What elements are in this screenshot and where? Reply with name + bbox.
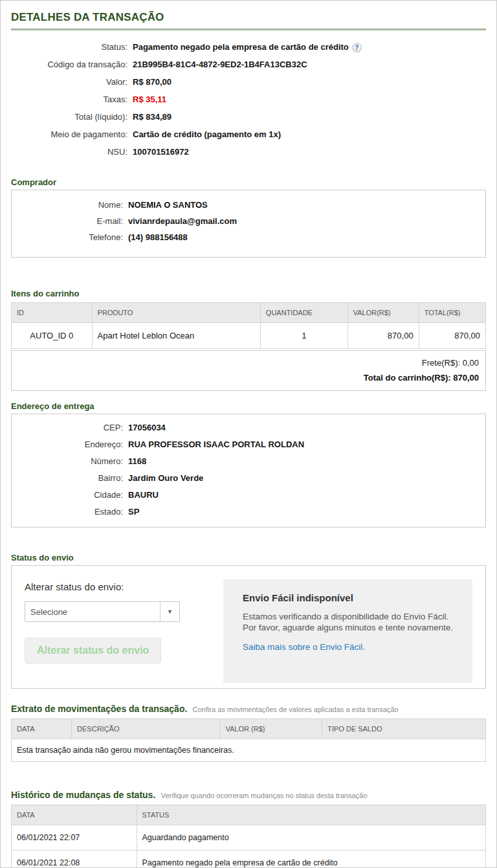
change-shipping-status-button[interactable]: Alterar status do envio [25,638,161,663]
cart-col-quantity: QUANTIDADE [260,303,348,323]
statement-col-value: VALOR (R$) [220,719,322,739]
history-row-status: Pagamento negado pela empresa de cartão … [137,851,486,868]
fees-label: Taxas: [11,91,127,108]
history-row: 06/01/2021 22:07 Aguardando pagamento [12,825,486,851]
history-header-row: DATA STATUS [12,805,486,825]
address-district-row: Bairro: Jardim Ouro Verde [12,470,485,487]
transaction-status-row: Status: Pagamento negado pela empresa de… [11,38,486,56]
history-col-date: DATA [12,805,137,825]
statement-heading: Extrato de movimentações da transação. C… [11,703,486,715]
address-city-label: Cidade: [12,487,123,504]
payment-method-label: Meio de pagamento: [11,126,127,143]
address-number-label: Número: [12,453,123,470]
address-city-row: Cidade: BAURU [12,487,485,504]
buyer-phone-value: (14) 988156488 [128,229,188,245]
cart-item-quantity: 1 [260,323,348,349]
address-street-label: Endereço: [12,436,123,453]
history-row-date: 06/01/2021 22:08 [12,851,137,868]
history-col-status: STATUS [137,805,486,825]
buyer-phone-row: Telefone: (14) 988156488 [12,229,485,245]
address-cep-label: CEP: [12,419,123,436]
history-subtitle: Verifique quando ocorreram mudanças no s… [161,792,368,799]
address-number-row: Número: 1168 [12,453,485,470]
history-row-status: Aguardando pagamento [137,825,486,851]
statement-empty-message: Esta transação ainda não gerou movimenta… [12,739,486,762]
cart-col-value: VALOR(R$) [348,303,419,323]
shipping-status-controls: Alterar status do envio: Selecione ▼ Alt… [25,566,209,688]
cart-total: Total do carrinho(R$): 870,00 [18,370,479,386]
buyer-box: Nome: NOEMIA O SANTOS E-mail: vivianrdep… [11,190,486,258]
transaction-code-value: 21B995B4-81C4-4872-9ED2-1B4FA13CB32C [133,56,307,73]
cart-header-row: ID PRODUTO QUANTIDADE VALOR(R$) TOTAL(R$… [12,303,486,323]
statement-table: DATA DESCRIÇÃO VALOR (R$) TIPO DE SALDO … [11,718,486,762]
buyer-email-label: E-mail: [12,213,123,229]
address-state-value: SP [128,504,139,520]
cart-item-value: 870,00 [348,323,419,349]
page-title: DETALHES DA TRANSAÇÃO [11,11,486,30]
payment-method-row: Meio de pagamento: Cartão de crédito (pa… [11,126,486,143]
nsu-value: 100701516972 [133,143,189,161]
nsu-label: NSU: [11,143,127,161]
statement-col-date: DATA [12,719,72,739]
buyer-name-label: Nome: [12,197,123,213]
cart-table: ID PRODUTO QUANTIDADE VALOR(R$) TOTAL(R$… [11,302,486,349]
amount-label: Valor: [11,73,127,91]
shipping-status-section-title: Status do envio [11,553,486,562]
address-number-value: 1168 [128,453,146,470]
buyer-phone-label: Telefone: [12,229,123,245]
buyer-name-value: NOEMIA O SANTOS [128,197,208,213]
address-section-title: Endereço de entrega [11,401,486,411]
transaction-code-row: Código da transação: 21B995B4-81C4-4872-… [11,56,486,73]
buyer-name-row: Nome: NOEMIA O SANTOS [12,197,485,213]
history-title: Histórico de mudanças de status. [11,790,155,800]
net-total-label: Total (líquido): [11,108,127,126]
statement-title: Extrato de movimentações da transação. [11,704,187,714]
help-icon[interactable]: ? [352,43,362,52]
envio-facil-text: Estamos verificando a disponibilidade do… [243,612,453,633]
buyer-email-row: E-mail: vivianrdepaula@gmail.com [12,213,485,229]
address-cep-value: 17056034 [128,419,166,436]
amount-row: Valor: R$ 870,00 [11,73,486,91]
chevron-down-icon[interactable]: ▼ [160,602,179,621]
cart-item-id: AUTO_ID 0 [12,323,93,349]
status-value-text: Pagamento negado pela empresa de cartão … [133,42,349,52]
status-value: Pagamento negado pela empresa de cartão … [133,38,362,56]
statement-header-row: DATA DESCRIÇÃO VALOR (R$) TIPO DE SALDO [12,719,486,739]
shipping-status-select-value: Selecione [25,607,160,617]
address-state-label: Estado: [12,504,123,520]
cart-item-row: AUTO_ID 0 Apart Hotel Leblon Ocean 1 870… [12,323,486,349]
cart-section-title: Itens do carrinho [11,289,486,298]
cart-col-id: ID [12,303,93,323]
statement-empty-row: Esta transação ainda não gerou movimenta… [12,739,486,762]
buyer-section-title: Comprador [11,177,486,187]
amount-value: R$ 870,00 [133,73,171,91]
statement-col-balance-type: TIPO DE SALDO [322,719,486,739]
change-shipping-status-label: Alterar status do envio: [25,581,209,592]
envio-facil-text-line2: Por favor, aguarde alguns minutos e tent… [243,623,453,634]
history-heading: Histórico de mudanças de status. Verifiq… [11,789,486,801]
history-table: DATA STATUS 06/01/2021 22:07 Aguardando … [11,805,486,868]
address-street-value: RUA PROFESSOR ISAAC PORTAL ROLDAN [128,436,304,453]
address-cep-row: CEP: 17056034 [12,419,485,436]
nsu-row: NSU: 100701516972 [11,143,486,161]
shipping-status-box: Alterar status do envio: Selecione ▼ Alt… [11,565,486,689]
cart-col-total: TOTAL(R$) [419,303,485,323]
envio-facil-link[interactable]: Saiba mais sobre o Envio Fácil. [243,642,365,652]
buyer-email-value: vivianrdepaula@gmail.com [128,213,237,229]
envio-facil-title: Envio Fácil indisponível [243,592,453,603]
status-label: Status: [11,38,127,56]
net-total-row: Total (líquido): R$ 834,89 [11,108,486,126]
address-street-row: Endereço: RUA PROFESSOR ISAAC PORTAL ROL… [12,436,485,453]
transaction-details: Status: Pagamento negado pela empresa de… [11,38,486,161]
cart-item-total: 870,00 [419,323,485,349]
payment-method-value: Cartão de crédito (pagamento em 1x) [133,126,281,143]
net-total-value: R$ 834,89 [133,108,171,126]
cart-footer: Frete(R$): 0,00 Total do carrinho(R$): 8… [11,350,486,391]
address-city-value: BAURU [128,487,159,504]
statement-col-description: DESCRIÇÃO [72,719,220,739]
shipping-status-select[interactable]: Selecione ▼ [25,601,180,622]
history-row-date: 06/01/2021 22:07 [12,825,137,851]
fees-value: R$ 35,11 [133,91,166,108]
address-district-label: Bairro: [12,470,123,487]
history-row: 06/01/2021 22:08 Pagamento negado pela e… [12,851,486,868]
